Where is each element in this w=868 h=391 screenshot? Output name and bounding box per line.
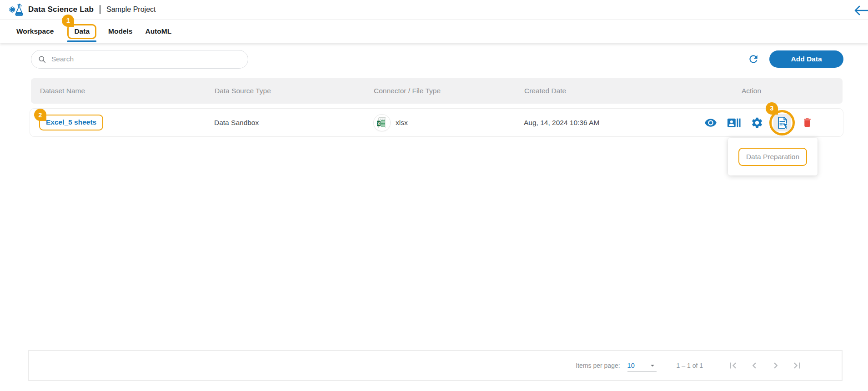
svg-text:X: X <box>377 121 380 125</box>
column-header-data-source-type: Data Source Type <box>206 87 365 95</box>
add-data-button[interactable]: Add Data <box>769 50 843 68</box>
column-header-created-date: Created Date <box>515 87 733 95</box>
data-preparation-tooltip: Data Preparation <box>728 138 818 175</box>
search-icon <box>38 55 46 64</box>
toolbar: Add Data <box>31 49 843 69</box>
annotation-box-dataset: 2 Excel_5 sheets <box>39 115 103 130</box>
tab-models[interactable]: Models <box>108 27 132 35</box>
annotation-box-data-tab: 1 Data <box>67 24 96 39</box>
data-preparation-icon[interactable] <box>773 114 791 131</box>
toolbar-right: Add Data <box>748 50 843 68</box>
connector-file-type-cell: X xlsx <box>364 114 515 131</box>
data-source-type-cell: Data Sandbox <box>205 119 364 127</box>
previous-page-icon[interactable] <box>748 359 761 372</box>
dataset-details-card-icon[interactable] <box>727 116 741 130</box>
delete-trash-icon[interactable] <box>800 116 814 130</box>
back-arrow-icon[interactable] <box>853 5 868 18</box>
search-box <box>31 50 248 69</box>
action-cell: 3 <box>704 114 843 131</box>
items-per-page-value: 10 <box>627 362 635 369</box>
title-divider <box>100 5 100 14</box>
app-header: Data Science Lab Sample Project <box>0 0 868 20</box>
paginator: Items per page: 10 1 – 1 of 1 <box>28 350 843 381</box>
items-per-page-label: Items per page: <box>576 362 620 369</box>
next-page-icon[interactable] <box>769 359 782 372</box>
active-tab-underline <box>67 40 96 42</box>
refresh-icon[interactable] <box>748 53 759 65</box>
first-page-icon[interactable] <box>727 359 739 372</box>
tooltip-label: Data Preparation <box>738 148 807 166</box>
dataset-name-link[interactable]: Excel_5 sheets <box>46 118 96 126</box>
annotation-badge-1: 1 <box>62 15 74 27</box>
chevron-down-icon <box>648 361 657 370</box>
items-per-page-select[interactable]: 10 <box>627 360 657 371</box>
settings-gear-icon[interactable] <box>750 116 764 130</box>
dataset-name-cell: 2 Excel_5 sheets <box>30 115 205 130</box>
view-eye-icon[interactable] <box>704 116 717 130</box>
project-name: Sample Project <box>106 5 156 14</box>
search-input[interactable] <box>50 55 241 64</box>
tab-workspace[interactable]: Workspace <box>16 27 54 35</box>
column-header-connector-file-type: Connector / File Type <box>365 87 515 95</box>
app-title: Data Science Lab <box>28 5 94 14</box>
data-preparation-wrap: 3 <box>773 114 791 131</box>
table-row: 2 Excel_5 sheets Data Sandbox <box>30 108 843 137</box>
file-type-label: xlsx <box>396 119 408 127</box>
excel-file-icon: X <box>373 114 391 131</box>
pager-nav <box>727 359 803 372</box>
page-range-label: 1 – 1 of 1 <box>677 362 703 369</box>
created-date-cell: Aug, 14, 2024 10:36 AM <box>515 119 732 127</box>
app-logo-flask-icon <box>8 2 25 17</box>
main-nav: Workspace 1 Data Models AutoML <box>0 20 868 43</box>
last-page-icon[interactable] <box>791 359 803 372</box>
table-header: Dataset Name Data Source Type Connector … <box>31 78 843 104</box>
annotation-badge-2: 2 <box>34 109 46 121</box>
data-science-lab-page: Data Science Lab Sample Project Workspac… <box>0 0 868 391</box>
tab-automl[interactable]: AutoML <box>145 27 171 35</box>
tab-data[interactable]: Data <box>74 27 90 35</box>
column-header-action: Action <box>733 87 843 95</box>
column-header-dataset-name: Dataset Name <box>31 87 206 95</box>
annotation-badge-3: 3 <box>766 102 778 115</box>
